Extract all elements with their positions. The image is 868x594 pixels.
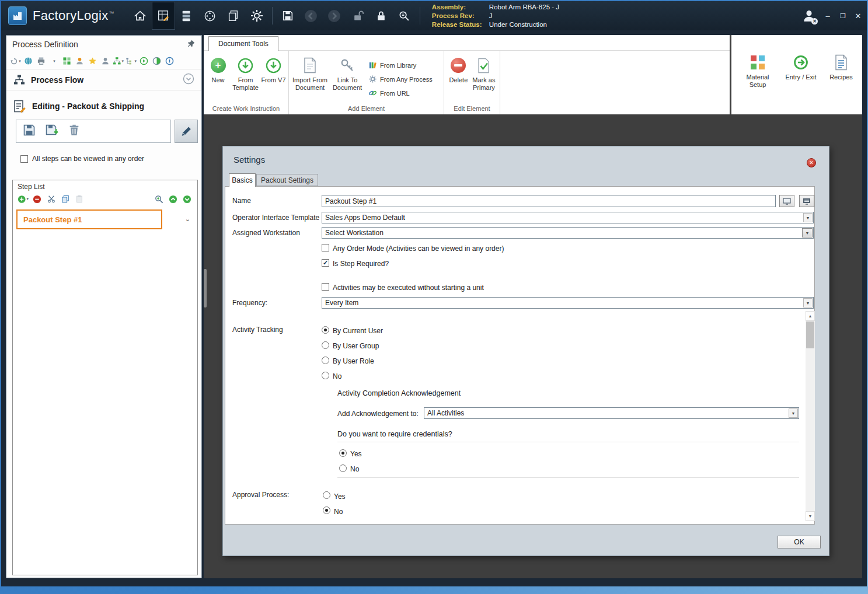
tab-basics[interactable]: Basics <box>229 173 256 187</box>
paste-button[interactable] <box>74 193 85 205</box>
material-setup-button[interactable]: Material Setup <box>740 54 776 89</box>
remove-step-button[interactable] <box>32 193 43 205</box>
step-list-box: Step List ▾ Packout Step #1 ⌄ <box>12 180 198 575</box>
from-url-button[interactable]: From URL <box>368 87 433 99</box>
import-step-button[interactable] <box>44 123 60 139</box>
edit-work-instruction-button[interactable] <box>175 120 198 143</box>
entry-exit-button[interactable]: Entry / Exit <box>782 54 820 81</box>
flow-view-button[interactable]: ▾ <box>113 55 124 67</box>
name-input[interactable] <box>322 195 776 207</box>
status-button[interactable] <box>151 55 162 67</box>
recipes-button[interactable]: Recipes <box>826 54 856 81</box>
approval-process-label: Approval Process: <box>232 491 289 499</box>
move-down-button[interactable] <box>182 193 193 205</box>
print-options-button[interactable]: ▾ <box>48 55 60 67</box>
collapse-button[interactable] <box>183 73 194 87</box>
mark-as-primary-button[interactable]: Mark as Primary <box>470 57 497 92</box>
frequency-select[interactable]: Every Item <box>322 297 814 309</box>
basics-panel: Name Operator Interface Template Sales A… <box>225 186 815 525</box>
from-any-process-button[interactable]: From Any Process <box>368 73 433 85</box>
find-step-button[interactable] <box>154 193 165 205</box>
radio-credentials-no[interactable] <box>339 464 347 472</box>
link-to-document-button[interactable]: Link To Document <box>329 57 366 92</box>
operator-interface-template-select[interactable]: Sales Apps Demo Default <box>322 212 814 223</box>
step-item-packout-step-1[interactable]: Packout Step #1 <box>16 209 162 229</box>
scroll-thumb[interactable] <box>806 322 814 348</box>
from-library-button[interactable]: From Library <box>368 59 433 71</box>
gear-icon <box>250 9 264 23</box>
move-up-button[interactable] <box>168 193 179 205</box>
dialog-scrollbar[interactable] <box>806 311 815 521</box>
workspace: Settings ✕ Basics Packout Settings Name … <box>204 114 862 578</box>
save-step-button[interactable] <box>22 123 36 139</box>
import-from-document-button[interactable]: Import From Document <box>291 57 329 92</box>
process-flow-row[interactable]: Process Flow <box>6 69 201 90</box>
lock-icon <box>375 9 387 22</box>
credentials-no-label: No <box>350 465 359 473</box>
delete-step-button[interactable] <box>68 123 81 139</box>
acknowledgement-select[interactable]: All Activities <box>424 407 799 419</box>
operator-button[interactable] <box>100 55 111 67</box>
dispatch-button[interactable] <box>198 2 222 29</box>
pin-button[interactable] <box>187 39 196 50</box>
is-step-required-checkbox[interactable] <box>322 259 329 267</box>
name-tool-button-2[interactable] <box>799 195 814 207</box>
approval-yes-label: Yes <box>334 492 346 501</box>
radio-by-user-role[interactable] <box>322 357 329 364</box>
radio-by-current-user[interactable] <box>322 326 329 334</box>
radio-tracking-no[interactable] <box>322 372 329 379</box>
info-button[interactable] <box>164 55 175 67</box>
radio-credentials-yes[interactable] <box>339 449 347 457</box>
process-definition-button[interactable] <box>152 2 175 30</box>
assigned-workstation-select[interactable]: Select Workstation <box>322 227 814 239</box>
settings-button[interactable] <box>245 2 269 29</box>
back-button[interactable] <box>299 2 323 29</box>
save-button[interactable] <box>276 2 299 29</box>
tree-view-button[interactable]: ▾ <box>126 55 137 67</box>
activities-without-unit-checkbox[interactable] <box>322 283 329 291</box>
maximize-button[interactable] <box>836 7 849 25</box>
cut-button[interactable] <box>46 193 57 205</box>
any-order-label: All steps can be viewed in any order <box>32 155 144 163</box>
undo-button[interactable]: ▾ <box>10 55 21 67</box>
print-button[interactable] <box>36 55 47 67</box>
step-expand-chevron-icon[interactable]: ⌄ <box>185 215 190 223</box>
panel-handle[interactable] <box>204 269 207 308</box>
modules-button[interactable] <box>61 55 72 67</box>
tab-packout-settings[interactable]: Packout Settings <box>256 174 318 186</box>
add-step-button[interactable]: ▾ <box>18 193 29 205</box>
from-template-button[interactable]: From Template <box>230 57 261 92</box>
scroll-down-button[interactable] <box>806 511 815 521</box>
favorite-button[interactable] <box>87 55 98 67</box>
radio-approval-yes[interactable] <box>323 491 330 499</box>
from-v7-button[interactable]: From V7 <box>261 57 286 84</box>
remove-icon <box>33 195 41 204</box>
scroll-up-button[interactable] <box>806 311 815 321</box>
release-button[interactable] <box>138 55 149 67</box>
radio-approval-no[interactable] <box>323 506 330 514</box>
new-button[interactable]: + New <box>206 57 230 84</box>
delete-element-button[interactable]: Delete <box>447 57 470 84</box>
dialog-close-button[interactable]: ✕ <box>807 158 816 167</box>
close-window-button[interactable] <box>852 7 864 25</box>
workflow-button[interactable] <box>175 2 198 29</box>
globe-button[interactable] <box>23 55 34 67</box>
name-tool-button-1[interactable] <box>779 195 794 207</box>
step-row: Packout Step #1 ⌄ <box>15 209 195 230</box>
home-button[interactable] <box>128 2 152 29</box>
radio-by-user-group[interactable] <box>322 341 329 349</box>
template-download-icon <box>238 58 253 74</box>
ok-button[interactable]: OK <box>778 536 821 548</box>
unlock-button[interactable] <box>346 2 369 29</box>
search-button[interactable] <box>393 2 416 29</box>
forward-button[interactable] <box>323 2 346 29</box>
user-button[interactable]: ✕ <box>797 2 821 29</box>
copy-button[interactable] <box>60 193 71 205</box>
lock-button[interactable] <box>369 2 393 29</box>
assign-user-button[interactable] <box>74 55 85 67</box>
tab-document-tools[interactable]: Document Tools <box>208 36 278 51</box>
minimize-button[interactable] <box>821 7 834 25</box>
any-order-checkbox[interactable] <box>20 155 28 163</box>
documents-button[interactable] <box>222 2 245 29</box>
any-order-mode-checkbox[interactable] <box>322 244 329 251</box>
